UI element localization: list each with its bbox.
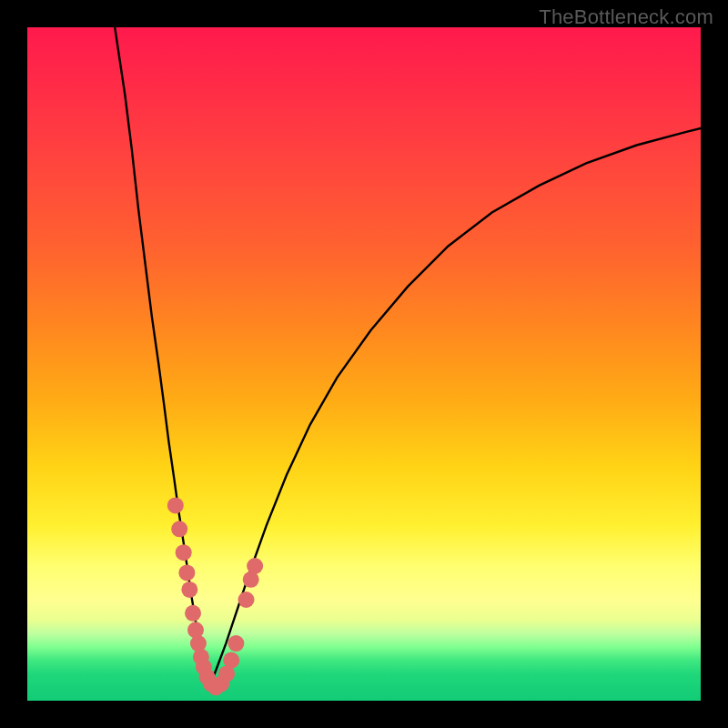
curve-marker (178, 564, 195, 581)
curve-marker (190, 635, 207, 652)
curve-marker (181, 581, 197, 598)
curve-marker (223, 652, 239, 669)
chart-svg (27, 27, 701, 701)
curve-marker (185, 605, 201, 622)
plot-area (27, 27, 701, 701)
curve-marker (238, 592, 255, 608)
curve-marker (228, 635, 244, 652)
watermark-text: TheBottleneck.com (539, 5, 713, 29)
curve-marker (247, 558, 263, 574)
chart-frame: TheBottleneck.com (0, 0, 728, 728)
curve-right-branch (209, 128, 701, 687)
curve-marker (167, 497, 184, 513)
curve-marker (187, 622, 204, 638)
curve-marker (171, 521, 187, 537)
curve-marker (176, 544, 192, 561)
curve-markers (167, 497, 263, 695)
curve-right-path (209, 128, 701, 687)
